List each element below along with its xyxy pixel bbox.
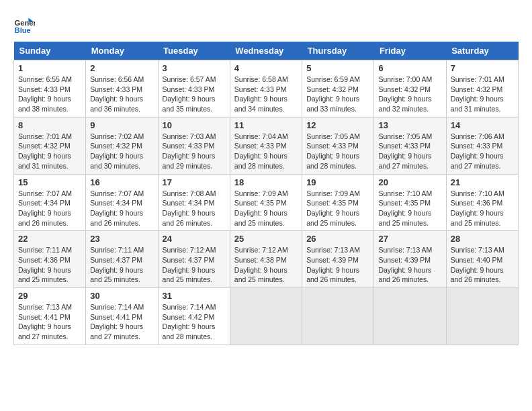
day-info: Sunrise: 7:09 AMSunset: 4:35 PMDaylight:… bbox=[234, 189, 288, 227]
day-number: 19 bbox=[306, 177, 369, 187]
calendar-cell: 1 Sunrise: 6:55 AMSunset: 4:33 PMDayligh… bbox=[14, 60, 86, 118]
calendar-cell: 25 Sunrise: 7:12 AMSunset: 4:38 PMDaylig… bbox=[230, 231, 302, 288]
day-number: 30 bbox=[90, 291, 153, 301]
day-info: Sunrise: 7:04 AMSunset: 4:33 PMDaylight:… bbox=[234, 132, 288, 170]
day-info: Sunrise: 7:02 AMSunset: 4:32 PMDaylight:… bbox=[90, 132, 144, 170]
calendar-cell bbox=[302, 288, 374, 345]
day-info: Sunrise: 7:03 AMSunset: 4:33 PMDaylight:… bbox=[163, 132, 216, 170]
day-info: Sunrise: 6:58 AMSunset: 4:33 PMDaylight:… bbox=[234, 75, 288, 113]
day-info: Sunrise: 7:10 AMSunset: 4:36 PMDaylight:… bbox=[451, 189, 504, 227]
day-info: Sunrise: 7:12 AMSunset: 4:37 PMDaylight:… bbox=[163, 246, 216, 283]
calendar-body: 1 Sunrise: 6:55 AMSunset: 4:33 PMDayligh… bbox=[14, 60, 519, 345]
day-info: Sunrise: 7:13 AMSunset: 4:39 PMDaylight:… bbox=[306, 246, 360, 283]
day-number: 11 bbox=[234, 120, 298, 130]
day-info: Sunrise: 7:11 AMSunset: 4:36 PMDaylight:… bbox=[18, 246, 72, 283]
weekday-header-friday: Friday bbox=[374, 42, 446, 60]
day-number: 23 bbox=[90, 234, 153, 244]
weekday-header-saturday: Saturday bbox=[446, 42, 518, 60]
day-info: Sunrise: 6:57 AMSunset: 4:33 PMDaylight:… bbox=[163, 75, 216, 113]
calendar-cell: 14 Sunrise: 7:06 AMSunset: 4:33 PMDaylig… bbox=[446, 117, 518, 174]
day-info: Sunrise: 7:08 AMSunset: 4:34 PMDaylight:… bbox=[163, 189, 216, 227]
day-number: 27 bbox=[378, 234, 441, 244]
day-info: Sunrise: 7:09 AMSunset: 4:35 PMDaylight:… bbox=[306, 189, 360, 227]
calendar-cell: 10 Sunrise: 7:03 AMSunset: 4:33 PMDaylig… bbox=[158, 117, 230, 174]
calendar-cell: 18 Sunrise: 7:09 AMSunset: 4:35 PMDaylig… bbox=[230, 174, 302, 231]
calendar-table: SundayMondayTuesdayWednesdayThursdayFrid… bbox=[13, 42, 519, 345]
day-info: Sunrise: 7:01 AMSunset: 4:32 PMDaylight:… bbox=[18, 132, 72, 170]
day-number: 1 bbox=[18, 63, 81, 73]
calendar-cell: 15 Sunrise: 7:07 AMSunset: 4:34 PMDaylig… bbox=[14, 174, 86, 231]
svg-text:Blue: Blue bbox=[15, 26, 31, 34]
day-info: Sunrise: 7:05 AMSunset: 4:33 PMDaylight:… bbox=[378, 132, 432, 170]
day-number: 25 bbox=[234, 234, 298, 244]
day-info: Sunrise: 7:01 AMSunset: 4:32 PMDaylight:… bbox=[451, 75, 504, 113]
calendar-cell: 13 Sunrise: 7:05 AMSunset: 4:33 PMDaylig… bbox=[374, 117, 446, 174]
calendar-cell: 12 Sunrise: 7:05 AMSunset: 4:33 PMDaylig… bbox=[302, 117, 374, 174]
day-number: 3 bbox=[163, 63, 226, 73]
weekday-header-monday: Monday bbox=[86, 42, 158, 60]
day-number: 13 bbox=[378, 120, 441, 130]
day-number: 31 bbox=[163, 291, 226, 301]
weekday-header-wednesday: Wednesday bbox=[230, 42, 302, 60]
calendar-cell: 11 Sunrise: 7:04 AMSunset: 4:33 PMDaylig… bbox=[230, 117, 302, 174]
day-info: Sunrise: 7:11 AMSunset: 4:37 PMDaylight:… bbox=[90, 246, 144, 283]
day-number: 16 bbox=[90, 177, 153, 187]
calendar-cell: 21 Sunrise: 7:10 AMSunset: 4:36 PMDaylig… bbox=[446, 174, 518, 231]
page-header: General Blue bbox=[13, 13, 519, 35]
day-info: Sunrise: 7:10 AMSunset: 4:35 PMDaylight:… bbox=[378, 189, 432, 227]
calendar-cell: 8 Sunrise: 7:01 AMSunset: 4:32 PMDayligh… bbox=[14, 117, 86, 174]
calendar-cell: 30 Sunrise: 7:14 AMSunset: 4:41 PMDaylig… bbox=[86, 288, 158, 345]
svg-text:General: General bbox=[15, 19, 35, 27]
day-info: Sunrise: 7:13 AMSunset: 4:40 PMDaylight:… bbox=[451, 246, 504, 283]
day-info: Sunrise: 7:14 AMSunset: 4:41 PMDaylight:… bbox=[90, 303, 144, 340]
day-number: 2 bbox=[90, 63, 153, 73]
day-number: 6 bbox=[378, 63, 441, 73]
logo-icon: General Blue bbox=[13, 13, 35, 35]
calendar-cell: 5 Sunrise: 6:59 AMSunset: 4:32 PMDayligh… bbox=[302, 60, 374, 118]
day-number: 24 bbox=[163, 234, 226, 244]
calendar-cell: 4 Sunrise: 6:58 AMSunset: 4:33 PMDayligh… bbox=[230, 60, 302, 118]
day-number: 21 bbox=[451, 177, 514, 187]
day-number: 10 bbox=[163, 120, 226, 130]
day-info: Sunrise: 7:12 AMSunset: 4:38 PMDaylight:… bbox=[234, 246, 288, 283]
calendar-cell: 29 Sunrise: 7:13 AMSunset: 4:41 PMDaylig… bbox=[14, 288, 86, 345]
calendar-cell: 19 Sunrise: 7:09 AMSunset: 4:35 PMDaylig… bbox=[302, 174, 374, 231]
day-info: Sunrise: 7:13 AMSunset: 4:39 PMDaylight:… bbox=[378, 246, 432, 283]
day-number: 17 bbox=[163, 177, 226, 187]
day-number: 18 bbox=[234, 177, 298, 187]
calendar-cell: 28 Sunrise: 7:13 AMSunset: 4:40 PMDaylig… bbox=[446, 231, 518, 288]
calendar-cell: 6 Sunrise: 7:00 AMSunset: 4:32 PMDayligh… bbox=[374, 60, 446, 118]
calendar-cell bbox=[230, 288, 302, 345]
calendar-cell: 9 Sunrise: 7:02 AMSunset: 4:32 PMDayligh… bbox=[86, 117, 158, 174]
weekday-header-sunday: Sunday bbox=[14, 42, 86, 60]
calendar-cell: 22 Sunrise: 7:11 AMSunset: 4:36 PMDaylig… bbox=[14, 231, 86, 288]
day-info: Sunrise: 6:59 AMSunset: 4:32 PMDaylight:… bbox=[306, 75, 360, 113]
calendar-cell: 26 Sunrise: 7:13 AMSunset: 4:39 PMDaylig… bbox=[302, 231, 374, 288]
day-number: 14 bbox=[451, 120, 514, 130]
calendar-cell: 23 Sunrise: 7:11 AMSunset: 4:37 PMDaylig… bbox=[86, 231, 158, 288]
calendar-cell: 27 Sunrise: 7:13 AMSunset: 4:39 PMDaylig… bbox=[374, 231, 446, 288]
day-info: Sunrise: 7:07 AMSunset: 4:34 PMDaylight:… bbox=[18, 189, 72, 227]
calendar-cell: 16 Sunrise: 7:07 AMSunset: 4:34 PMDaylig… bbox=[86, 174, 158, 231]
calendar-cell: 17 Sunrise: 7:08 AMSunset: 4:34 PMDaylig… bbox=[158, 174, 230, 231]
calendar-week-row: 8 Sunrise: 7:01 AMSunset: 4:32 PMDayligh… bbox=[14, 117, 519, 174]
day-number: 28 bbox=[451, 234, 514, 244]
day-number: 8 bbox=[18, 120, 81, 130]
day-number: 20 bbox=[378, 177, 441, 187]
day-info: Sunrise: 7:07 AMSunset: 4:34 PMDaylight:… bbox=[90, 189, 144, 227]
day-number: 26 bbox=[306, 234, 369, 244]
day-number: 22 bbox=[18, 234, 81, 244]
day-number: 7 bbox=[451, 63, 514, 73]
calendar-cell: 3 Sunrise: 6:57 AMSunset: 4:33 PMDayligh… bbox=[158, 60, 230, 118]
day-number: 12 bbox=[306, 120, 369, 130]
calendar-cell: 20 Sunrise: 7:10 AMSunset: 4:35 PMDaylig… bbox=[374, 174, 446, 231]
day-info: Sunrise: 6:55 AMSunset: 4:33 PMDaylight:… bbox=[18, 75, 72, 113]
calendar-week-row: 1 Sunrise: 6:55 AMSunset: 4:33 PMDayligh… bbox=[14, 60, 519, 118]
day-number: 29 bbox=[18, 291, 81, 301]
calendar-cell: 2 Sunrise: 6:56 AMSunset: 4:33 PMDayligh… bbox=[86, 60, 158, 118]
calendar-cell: 24 Sunrise: 7:12 AMSunset: 4:37 PMDaylig… bbox=[158, 231, 230, 288]
weekday-header-thursday: Thursday bbox=[302, 42, 374, 60]
day-info: Sunrise: 7:13 AMSunset: 4:41 PMDaylight:… bbox=[18, 303, 72, 340]
calendar-cell: 7 Sunrise: 7:01 AMSunset: 4:32 PMDayligh… bbox=[446, 60, 518, 118]
calendar-week-row: 15 Sunrise: 7:07 AMSunset: 4:34 PMDaylig… bbox=[14, 174, 519, 231]
